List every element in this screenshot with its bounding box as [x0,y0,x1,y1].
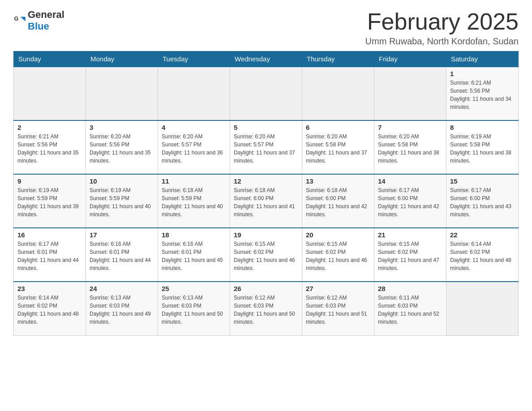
calendar-cell: 7Sunrise: 6:20 AM Sunset: 5:58 PM Daylig… [374,120,446,174]
day-header-wednesday: Wednesday [230,51,302,67]
day-info: Sunrise: 6:15 AM Sunset: 6:02 PM Dayligh… [306,240,370,272]
day-header-sunday: Sunday [14,51,86,67]
calendar-cell: 5Sunrise: 6:20 AM Sunset: 5:57 PM Daylig… [230,120,302,174]
day-info: Sunrise: 6:18 AM Sunset: 6:00 PM Dayligh… [306,186,370,218]
day-number: 16 [17,231,82,239]
day-number: 17 [90,231,154,239]
day-number: 20 [306,231,370,239]
day-number: 1 [450,70,515,77]
day-number: 22 [450,231,515,239]
calendar-cell: 23Sunrise: 6:14 AM Sunset: 6:02 PM Dayli… [14,282,86,335]
day-info: Sunrise: 6:15 AM Sunset: 6:02 PM Dayligh… [378,240,442,272]
calendar-cell [86,67,158,120]
day-number: 15 [450,177,515,185]
calendar-cell: 6Sunrise: 6:20 AM Sunset: 5:58 PM Daylig… [302,120,374,174]
day-info: Sunrise: 6:20 AM Sunset: 5:58 PM Dayligh… [306,133,370,165]
calendar-cell: 16Sunrise: 6:17 AM Sunset: 6:01 PM Dayli… [14,228,86,282]
day-header-saturday: Saturday [446,51,519,67]
day-header-thursday: Thursday [302,51,374,67]
calendar-header: SundayMondayTuesdayWednesdayThursdayFrid… [14,51,519,67]
day-info: Sunrise: 6:11 AM Sunset: 6:03 PM Dayligh… [378,294,442,326]
day-info: Sunrise: 6:16 AM Sunset: 6:01 PM Dayligh… [162,240,226,272]
calendar-cell: 24Sunrise: 6:13 AM Sunset: 6:03 PM Dayli… [86,282,158,335]
day-number: 9 [17,177,82,185]
day-info: Sunrise: 6:19 AM Sunset: 5:58 PM Dayligh… [450,133,515,165]
page-header: G GeneralBlue February 2025 Umm Ruwaba, … [13,9,519,47]
calendar-week-row: 1Sunrise: 6:21 AM Sunset: 5:56 PM Daylig… [14,67,519,120]
day-number: 14 [378,177,442,185]
calendar-cell [158,67,230,120]
calendar-cell: 20Sunrise: 6:15 AM Sunset: 6:02 PM Dayli… [302,228,374,282]
day-number: 6 [306,124,370,131]
day-number: 10 [90,177,154,185]
calendar-body: 1Sunrise: 6:21 AM Sunset: 5:56 PM Daylig… [14,67,519,335]
day-number: 5 [234,124,298,131]
day-info: Sunrise: 6:21 AM Sunset: 5:56 PM Dayligh… [450,79,515,111]
calendar-week-row: 2Sunrise: 6:21 AM Sunset: 5:56 PM Daylig… [14,120,519,174]
day-number: 18 [162,231,226,239]
day-number: 11 [162,177,226,185]
day-info: Sunrise: 6:21 AM Sunset: 5:56 PM Dayligh… [17,133,82,165]
day-number: 28 [378,285,442,292]
calendar-cell: 14Sunrise: 6:17 AM Sunset: 6:00 PM Dayli… [374,174,446,228]
day-info: Sunrise: 6:17 AM Sunset: 6:00 PM Dayligh… [450,186,515,218]
calendar-cell: 10Sunrise: 6:19 AM Sunset: 5:59 PM Dayli… [86,174,158,228]
day-info: Sunrise: 6:15 AM Sunset: 6:02 PM Dayligh… [234,240,298,272]
day-info: Sunrise: 6:13 AM Sunset: 6:03 PM Dayligh… [90,294,154,326]
day-info: Sunrise: 6:20 AM Sunset: 5:56 PM Dayligh… [90,133,154,165]
calendar-cell: 22Sunrise: 6:14 AM Sunset: 6:02 PM Dayli… [446,228,519,282]
calendar-cell: 13Sunrise: 6:18 AM Sunset: 6:00 PM Dayli… [302,174,374,228]
calendar-cell: 8Sunrise: 6:19 AM Sunset: 5:58 PM Daylig… [446,120,519,174]
calendar-cell: 3Sunrise: 6:20 AM Sunset: 5:56 PM Daylig… [86,120,158,174]
calendar-cell: 17Sunrise: 6:16 AM Sunset: 6:01 PM Dayli… [86,228,158,282]
day-number: 7 [378,124,442,131]
day-number: 8 [450,124,515,131]
day-info: Sunrise: 6:19 AM Sunset: 5:59 PM Dayligh… [17,186,82,218]
day-info: Sunrise: 6:14 AM Sunset: 6:02 PM Dayligh… [17,294,82,326]
calendar-cell: 18Sunrise: 6:16 AM Sunset: 6:01 PM Dayli… [158,228,230,282]
day-info: Sunrise: 6:17 AM Sunset: 6:00 PM Dayligh… [378,186,442,218]
day-info: Sunrise: 6:16 AM Sunset: 6:01 PM Dayligh… [90,240,154,272]
logo-icon: G [13,14,26,27]
calendar-cell: 12Sunrise: 6:18 AM Sunset: 6:00 PM Dayli… [230,174,302,228]
day-number: 25 [162,285,226,292]
day-info: Sunrise: 6:20 AM Sunset: 5:57 PM Dayligh… [162,133,226,165]
title-block: February 2025 Umm Ruwaba, North Kordofan… [365,9,519,47]
svg-text:G: G [14,16,18,22]
day-header-monday: Monday [86,51,158,67]
day-info: Sunrise: 6:20 AM Sunset: 5:57 PM Dayligh… [234,133,298,165]
day-number: 2 [17,124,82,131]
day-number: 12 [234,177,298,185]
calendar-cell: 27Sunrise: 6:12 AM Sunset: 6:03 PM Dayli… [302,282,374,335]
calendar-table: SundayMondayTuesdayWednesdayThursdayFrid… [13,51,519,336]
days-header-row: SundayMondayTuesdayWednesdayThursdayFrid… [14,51,519,67]
day-number: 3 [90,124,154,131]
calendar-week-row: 23Sunrise: 6:14 AM Sunset: 6:02 PM Dayli… [14,282,519,335]
calendar-cell [230,67,302,120]
calendar-cell: 4Sunrise: 6:20 AM Sunset: 5:57 PM Daylig… [158,120,230,174]
day-info: Sunrise: 6:18 AM Sunset: 5:59 PM Dayligh… [162,186,226,218]
day-number: 19 [234,231,298,239]
day-number: 23 [17,285,82,292]
calendar-cell: 25Sunrise: 6:13 AM Sunset: 6:03 PM Dayli… [158,282,230,335]
day-number: 13 [306,177,370,185]
calendar-cell: 2Sunrise: 6:21 AM Sunset: 5:56 PM Daylig… [14,120,86,174]
calendar-cell: 15Sunrise: 6:17 AM Sunset: 6:00 PM Dayli… [446,174,519,228]
calendar-title: February 2025 [365,9,519,34]
day-info: Sunrise: 6:18 AM Sunset: 6:00 PM Dayligh… [234,186,298,218]
calendar-cell [302,67,374,120]
day-number: 24 [90,285,154,292]
day-header-tuesday: Tuesday [158,51,230,67]
logo-text-general: General [28,9,64,20]
calendar-cell [446,282,519,335]
day-info: Sunrise: 6:14 AM Sunset: 6:02 PM Dayligh… [450,240,515,272]
calendar-cell: 26Sunrise: 6:12 AM Sunset: 6:03 PM Dayli… [230,282,302,335]
day-header-friday: Friday [374,51,446,67]
calendar-cell: 21Sunrise: 6:15 AM Sunset: 6:02 PM Dayli… [374,228,446,282]
day-info: Sunrise: 6:20 AM Sunset: 5:58 PM Dayligh… [378,133,442,165]
logo: G GeneralBlue [13,9,64,32]
calendar-cell: 9Sunrise: 6:19 AM Sunset: 5:59 PM Daylig… [14,174,86,228]
day-number: 4 [162,124,226,131]
calendar-cell: 1Sunrise: 6:21 AM Sunset: 5:56 PM Daylig… [446,67,519,120]
day-info: Sunrise: 6:17 AM Sunset: 6:01 PM Dayligh… [17,240,82,272]
